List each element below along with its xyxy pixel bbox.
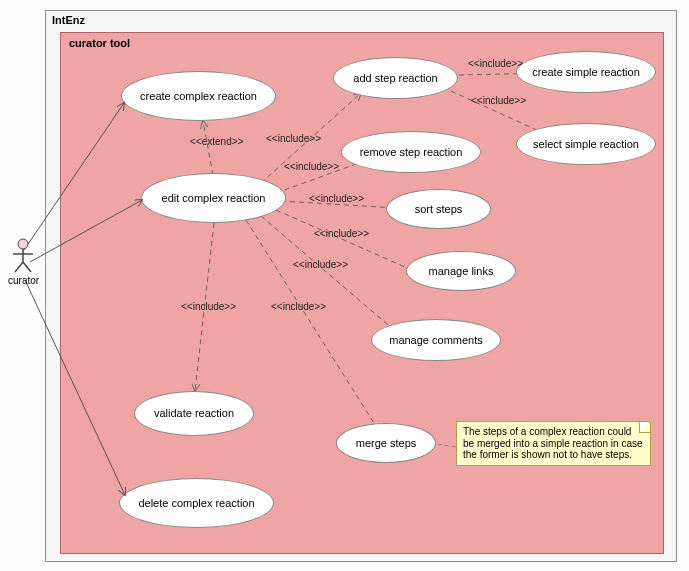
stereotype-include: <<include>> xyxy=(181,301,236,312)
stereotype-include: <<include>> xyxy=(284,161,339,172)
stereotype-include: <<include>> xyxy=(293,259,348,270)
usecase-label: validate reaction xyxy=(154,407,234,419)
svg-line-18 xyxy=(23,262,31,272)
stereotype-include: <<include>> xyxy=(471,95,526,106)
usecase-label: create simple reaction xyxy=(532,66,640,78)
usecase-remove-step-reaction: remove step reaction xyxy=(341,131,481,173)
svg-line-0 xyxy=(203,121,213,175)
usecase-create-simple-reaction: create simple reaction xyxy=(516,51,656,93)
usecase-add-step-reaction: add step reaction xyxy=(333,57,458,99)
usecase-validate-reaction: validate reaction xyxy=(134,391,254,436)
note-text: The steps of a complex reaction could be… xyxy=(463,426,643,460)
usecase-label: manage comments xyxy=(389,334,483,346)
svg-point-14 xyxy=(18,239,28,249)
usecase-label: manage links xyxy=(429,265,494,277)
actor-icon xyxy=(10,238,36,274)
stereotype-include: <<include>> xyxy=(468,58,523,69)
usecase-label: add step reaction xyxy=(353,72,437,84)
actor-label: curator xyxy=(8,275,38,286)
subject-curator-tool-box: curator tool xyxy=(60,32,664,554)
usecase-label: edit complex reaction xyxy=(162,192,266,204)
stereotype-include: <<include>> xyxy=(271,301,326,312)
stereotype-include: <<include>> xyxy=(309,193,364,204)
subject-intenz-title: IntEnz xyxy=(52,14,85,26)
stereotype-include: <<include>> xyxy=(314,228,369,239)
subject-curator-tool-title: curator tool xyxy=(69,37,130,49)
usecase-label: sort steps xyxy=(415,203,463,215)
usecase-create-complex-reaction: create complex reaction xyxy=(121,71,276,121)
note-merge-steps: The steps of a complex reaction could be… xyxy=(456,421,651,466)
diagram-canvas: IntEnz curator tool xyxy=(0,0,689,571)
usecase-label: create complex reaction xyxy=(140,90,257,102)
stereotype-include: <<include>> xyxy=(266,133,321,144)
usecase-merge-steps: merge steps xyxy=(336,423,436,463)
usecase-sort-steps: sort steps xyxy=(386,189,491,229)
actor-curator: curator xyxy=(8,238,38,286)
svg-line-6 xyxy=(246,220,379,431)
usecase-label: delete complex reaction xyxy=(138,497,254,509)
usecase-select-simple-reaction: select simple reaction xyxy=(516,123,656,165)
usecase-delete-complex-reaction: delete complex reaction xyxy=(119,478,274,528)
usecase-label: remove step reaction xyxy=(360,146,463,158)
svg-line-17 xyxy=(15,262,23,272)
usecase-manage-comments: manage comments xyxy=(371,319,501,361)
usecase-edit-complex-reaction: edit complex reaction xyxy=(141,173,286,223)
usecase-label: select simple reaction xyxy=(533,138,639,150)
stereotype-extend: <<extend>> xyxy=(190,136,243,147)
usecase-manage-links: manage links xyxy=(406,251,516,291)
usecase-label: merge steps xyxy=(356,437,417,449)
